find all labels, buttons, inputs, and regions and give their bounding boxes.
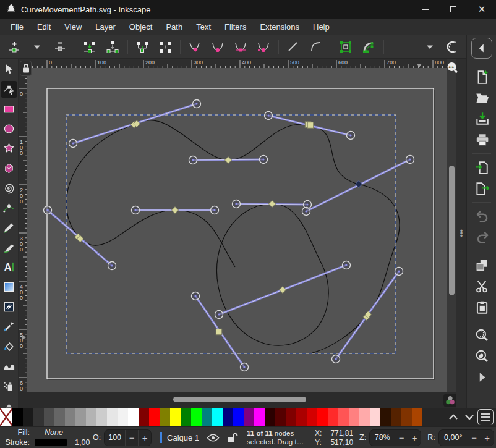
print-document-button[interactable] <box>471 129 492 150</box>
close-button[interactable]: ✕ <box>468 0 496 19</box>
rotation-increase-button[interactable]: + <box>481 430 494 446</box>
horizontal-scrollbar-thumb[interactable] <box>173 397 306 402</box>
palette-swatch-0[interactable] <box>12 408 23 426</box>
handle-endpoint[interactable] <box>193 100 201 108</box>
vertical-ruler[interactable]: 0100200300400500600 <box>19 68 27 392</box>
palette-swatch-1[interactable] <box>23 408 33 426</box>
menu-edit[interactable]: Edit <box>30 20 58 33</box>
handle-endpoint[interactable] <box>44 206 52 214</box>
palette-menu-button[interactable] <box>477 409 494 425</box>
palette-swatch-24[interactable] <box>265 408 275 426</box>
palette-swatch-20[interactable] <box>223 408 233 426</box>
opacity-spinbox[interactable]: 100 − + <box>104 429 152 446</box>
opacity-decrease-button[interactable]: − <box>125 430 138 446</box>
handle-endpoint[interactable] <box>241 363 249 371</box>
palette-swatch-8[interactable] <box>96 408 107 426</box>
quick-zoom-icon[interactable]: 1:1 <box>445 61 459 75</box>
palette-swatch-26[interactable] <box>286 408 296 426</box>
pencil-tool-button[interactable] <box>1 219 17 236</box>
ellipse-tool-button[interactable] <box>1 120 17 137</box>
palette-swatch-3[interactable] <box>44 408 54 426</box>
palette-swatch-29[interactable] <box>317 408 328 426</box>
fill-stroke-indicator[interactable]: Fill: None Stroke: 1,00 <box>0 428 93 447</box>
palette-swatch-38[interactable] <box>412 408 422 426</box>
palette-swatch-27[interactable] <box>296 408 307 426</box>
palette-no-color-swatch[interactable] <box>0 408 12 426</box>
horizontal-ruler[interactable]: 0100200300400500600700800 <box>27 59 447 68</box>
rotation-spinbox[interactable]: 0,00° − + <box>438 429 494 446</box>
palette-swatch-23[interactable] <box>254 408 265 426</box>
toolbar-dropdown-button[interactable] <box>421 38 439 56</box>
collapse-panel-button[interactable] <box>471 38 492 59</box>
insert-node-dropdown-button[interactable] <box>28 38 46 56</box>
menu-path[interactable]: Path <box>159 20 189 33</box>
palette-swatch-21[interactable] <box>233 408 244 426</box>
node-corner-button[interactable] <box>186 38 204 56</box>
canvas[interactable] <box>27 68 447 392</box>
calligraphy-tool-button[interactable] <box>1 239 17 256</box>
rotation-decrease-button[interactable]: − <box>468 430 481 446</box>
node-symmetric-button[interactable] <box>231 38 250 56</box>
handle-endpoint[interactable] <box>265 112 273 120</box>
palette-swatch-17[interactable] <box>191 408 202 426</box>
palette-swatch-10[interactable] <box>118 408 128 426</box>
palette-swatch-31[interactable] <box>338 408 349 426</box>
palette-swatch-4[interactable] <box>54 408 65 426</box>
export-document-button[interactable] <box>471 178 492 199</box>
break-nodes-button[interactable] <box>103 38 122 56</box>
handle-endpoint[interactable] <box>215 311 223 319</box>
zoom-value[interactable]: 78% <box>370 430 395 446</box>
dock-grip[interactable]: ••• <box>456 59 466 408</box>
delete-node-button[interactable] <box>51 38 69 56</box>
fill-value[interactable]: None <box>45 428 63 437</box>
palette-swatch-22[interactable] <box>244 408 254 426</box>
tweak-tool-button[interactable] <box>1 358 17 374</box>
menu-help[interactable]: Help <box>306 20 336 33</box>
menu-object[interactable]: Object <box>122 20 160 33</box>
palette-swatch-15[interactable] <box>170 408 181 426</box>
handle-endpoint[interactable] <box>132 206 140 214</box>
menu-layer[interactable]: Layer <box>88 20 122 33</box>
insert-node-button[interactable] <box>5 38 24 56</box>
palette-scroll-up-button[interactable] <box>445 410 461 425</box>
palette-swatch-32[interactable] <box>349 408 359 426</box>
zoom-increase-button[interactable]: + <box>408 430 421 446</box>
handle-endpoint[interactable] <box>406 156 414 164</box>
handle-endpoint[interactable] <box>343 261 351 269</box>
commands-more-button[interactable] <box>471 366 492 387</box>
path-node[interactable] <box>216 329 222 335</box>
join-segment-button[interactable] <box>133 38 152 56</box>
text-tool-button[interactable]: A <box>1 259 17 276</box>
opacity-value[interactable]: 100 <box>105 430 125 446</box>
palette-swatch-34[interactable] <box>370 408 380 426</box>
minimize-button[interactable] <box>411 0 439 19</box>
node-smooth-button[interactable] <box>208 38 227 56</box>
join-nodes-button[interactable] <box>80 38 99 56</box>
handle-endpoint[interactable] <box>260 156 268 164</box>
maximize-button[interactable] <box>439 0 468 19</box>
rectangle-tool-button[interactable] <box>1 101 17 117</box>
duplicate-button[interactable] <box>471 255 492 276</box>
handle-endpoint[interactable] <box>189 156 197 164</box>
delete-segment-button[interactable] <box>156 38 174 56</box>
menu-file[interactable]: File <box>4 20 30 33</box>
palette-swatch-36[interactable] <box>391 408 401 426</box>
palette-swatch-9[interactable] <box>107 408 118 426</box>
spiral-tool-button[interactable] <box>1 180 17 197</box>
star-tool-button[interactable] <box>1 140 17 157</box>
node-tool-button[interactable] <box>1 81 17 98</box>
handle-endpoint[interactable] <box>211 206 219 214</box>
palette-swatch-28[interactable] <box>307 408 317 426</box>
vertical-scrollbar[interactable] <box>447 68 456 392</box>
mesh-tool-button[interactable] <box>1 298 17 315</box>
zoom-spinbox[interactable]: 78% − + <box>369 429 421 446</box>
new-document-button[interactable] <box>471 66 492 87</box>
segment-line-button[interactable] <box>284 38 302 56</box>
selector-tool-button[interactable] <box>1 61 17 78</box>
path-node[interactable] <box>305 122 313 129</box>
palette-scroll-down-button[interactable] <box>461 410 477 425</box>
handle-endpoint[interactable] <box>69 140 77 148</box>
menu-extensions[interactable]: Extensions <box>253 20 306 33</box>
palette-swatch-13[interactable] <box>149 408 160 426</box>
snap-toggle-button[interactable] <box>443 38 462 56</box>
